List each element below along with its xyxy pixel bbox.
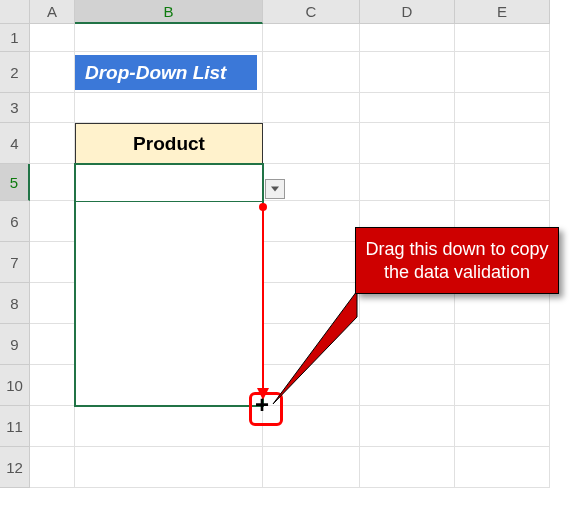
instruction-callout: Drag this down to copy the data validati… (355, 227, 559, 294)
svg-marker-0 (273, 291, 357, 404)
callout-text: Drag this down to copy the data validati… (365, 239, 548, 282)
